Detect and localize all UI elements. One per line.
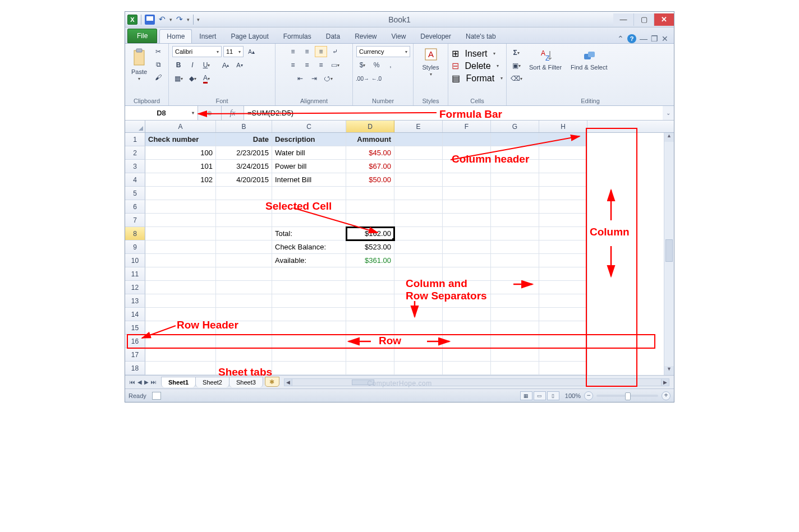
row-header-6[interactable]: 6 (125, 200, 145, 214)
row-header-10[interactable]: 10 (125, 254, 145, 267)
undo-icon[interactable]: ↶ (157, 15, 167, 24)
row-header-9[interactable]: 9 (125, 240, 145, 254)
cell-E5[interactable] (394, 187, 443, 200)
save-icon[interactable] (145, 15, 155, 25)
cell-B16[interactable] (216, 335, 272, 348)
tab-home[interactable]: Home (159, 29, 192, 43)
cell-B4[interactable]: 4/20/2015 (216, 173, 272, 187)
cell-D18[interactable] (346, 362, 394, 375)
accounting-format-icon[interactable]: $▾ (356, 59, 369, 71)
undo-dropdown-icon[interactable]: ▾ (169, 17, 172, 22)
cut-icon[interactable]: ✂ (152, 46, 164, 57)
cell-B11[interactable] (216, 267, 272, 281)
cell-H15[interactable] (539, 321, 587, 335)
zoom-slider[interactable] (596, 395, 658, 397)
row-header-3[interactable]: 3 (125, 160, 145, 173)
cell-E7[interactable] (394, 214, 443, 227)
cell-G12[interactable] (491, 281, 539, 294)
cell-H14[interactable] (539, 308, 587, 321)
sheet-last-icon[interactable]: ⏭ (151, 379, 157, 385)
tab-insert[interactable]: Insert (192, 29, 223, 43)
cell-G8[interactable] (491, 227, 539, 240)
cell-G15[interactable] (491, 321, 539, 335)
find-select-button[interactable]: Find & Select (568, 47, 609, 72)
name-box[interactable]: D8▾ (125, 106, 198, 120)
cell-C12[interactable] (272, 281, 346, 294)
view-page-layout-icon[interactable]: ▭ (534, 391, 546, 400)
minimize-ribbon-icon[interactable]: ⌃ (617, 34, 624, 43)
tab-view[interactable]: View (384, 29, 414, 43)
cell-H12[interactable] (539, 281, 587, 294)
cell-B7[interactable] (216, 214, 272, 227)
borders-icon[interactable]: ▦▾ (172, 73, 185, 84)
comma-format-icon[interactable]: , (384, 59, 397, 71)
cell-G10[interactable] (491, 254, 539, 267)
cell-E10[interactable] (394, 254, 443, 267)
paste-button[interactable]: Paste ▾ (128, 47, 150, 82)
cell-B1[interactable]: Date (216, 133, 272, 146)
cell-F18[interactable] (443, 362, 491, 375)
cell-A7[interactable] (145, 214, 216, 227)
percent-format-icon[interactable]: % (370, 59, 383, 71)
cell-A11[interactable] (145, 267, 216, 281)
tab-formulas[interactable]: Formulas (276, 29, 319, 43)
cell-F10[interactable] (443, 254, 491, 267)
cell-G17[interactable] (491, 348, 539, 362)
cell-D7[interactable] (346, 214, 394, 227)
cell-F1[interactable] (443, 133, 491, 146)
cell-A17[interactable] (145, 348, 216, 362)
tab-custom[interactable]: Nate's tab (458, 29, 503, 43)
cell-H3[interactable] (539, 160, 587, 173)
col-header-B[interactable]: B (216, 121, 272, 132)
orientation-icon[interactable]: ⭯▾ (322, 73, 334, 84)
decrease-font-icon[interactable]: A▾ (233, 59, 246, 71)
cell-C10[interactable]: Available: (272, 254, 346, 267)
merge-center-icon[interactable]: ▭▾ (329, 59, 341, 71)
cell-G16[interactable] (491, 335, 539, 348)
wb-restore-icon[interactable]: ❐ (651, 34, 658, 43)
cell-B10[interactable] (216, 254, 272, 267)
sheet-first-icon[interactable]: ⏮ (130, 379, 135, 385)
col-header-G[interactable]: G (491, 121, 539, 132)
cell-B2[interactable]: 2/23/2015 (216, 146, 272, 160)
cell-D5[interactable] (346, 187, 394, 200)
copy-icon[interactable]: ⧉ (152, 59, 164, 70)
row-header-15[interactable]: 15 (125, 321, 145, 335)
macro-record-icon[interactable] (152, 392, 161, 400)
insert-function-button[interactable]: fx (222, 106, 244, 120)
increase-font-icon[interactable]: A▴ (219, 59, 232, 71)
sheet-next-icon[interactable]: ▶ (144, 379, 149, 385)
hscroll-left-icon[interactable]: ◀ (284, 379, 292, 386)
cell-E8[interactable] (394, 227, 443, 240)
wrap-text-icon[interactable]: ⤶ (329, 46, 341, 57)
cell-D15[interactable] (346, 321, 394, 335)
cell-D3[interactable]: $67.00 (346, 160, 394, 173)
row-header-5[interactable]: 5 (125, 187, 145, 200)
bold-button[interactable]: B (172, 59, 185, 71)
row-header-18[interactable]: 18 (125, 362, 145, 375)
cell-D17[interactable] (346, 348, 394, 362)
cell-C1[interactable]: Description (272, 133, 346, 146)
horizontal-scrollbar[interactable]: ◀ ▶ (284, 378, 669, 386)
cell-E17[interactable] (394, 348, 443, 362)
col-header-E[interactable]: E (394, 121, 443, 132)
tab-review[interactable]: Review (347, 29, 384, 43)
row-header-13[interactable]: 13 (125, 294, 145, 308)
cell-H10[interactable] (539, 254, 587, 267)
hscroll-right-icon[interactable]: ▶ (661, 379, 669, 386)
tab-developer[interactable]: Developer (413, 29, 458, 43)
cells-format-button[interactable]: ▤ Format ▾ (452, 73, 503, 84)
cell-A18[interactable] (145, 362, 216, 375)
cell-C15[interactable] (272, 321, 346, 335)
cell-B6[interactable] (216, 200, 272, 214)
font-size-combo[interactable]: 11▾ (223, 46, 244, 57)
cell-G6[interactable] (491, 200, 539, 214)
cell-C18[interactable] (272, 362, 346, 375)
expand-formula-bar-icon[interactable]: ⌄ (663, 110, 674, 116)
cell-H11[interactable] (539, 267, 587, 281)
col-header-D[interactable]: D (346, 121, 394, 132)
cell-A5[interactable] (145, 187, 216, 200)
clear-icon[interactable]: ⌫▾ (510, 73, 522, 84)
cell-C2[interactable]: Water bill (272, 146, 346, 160)
cell-B3[interactable]: 3/24/2015 (216, 160, 272, 173)
